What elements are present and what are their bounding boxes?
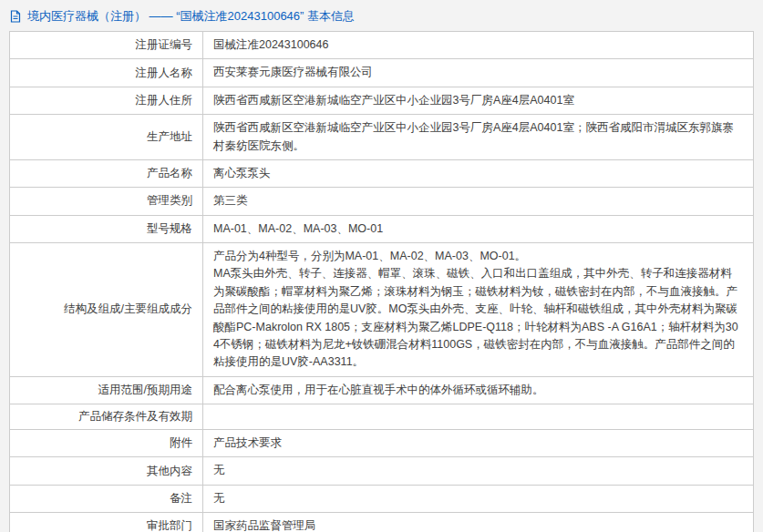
table-row: 附件产品技术要求: [10, 430, 754, 457]
row-label: 生产地址: [10, 115, 203, 160]
row-value: 无: [203, 485, 754, 512]
row-value: [203, 404, 754, 430]
row-label: 产品储存条件及有效期: [10, 404, 203, 430]
table-row: 其他内容无: [10, 457, 754, 485]
row-label: 注册人住所: [10, 87, 203, 114]
table-row: 管理类别第三类: [10, 188, 754, 215]
row-value: 产品技术要求: [203, 430, 754, 457]
row-value: MA-01、MA-02、MA-03、MO-01: [203, 215, 754, 242]
row-value: 第三类: [203, 188, 754, 215]
row-value: 无: [203, 457, 754, 485]
row-label: 产品名称: [10, 159, 203, 187]
row-label: 备注: [10, 485, 203, 512]
page-title: 境内医疗器械（注册） —— “国械注准20243100646” 基本信息: [27, 8, 355, 25]
row-label: 审批部门: [10, 513, 203, 532]
document-icon: [9, 10, 22, 23]
row-label: 附件: [10, 430, 203, 457]
row-value: 配合离心泵使用，用于在心脏直视手术中的体外循环或循环辅助。: [203, 376, 754, 404]
row-value: 产品分为4种型号，分别为MA-01、MA-02、MA-03、MO-01。 MA泵…: [203, 243, 754, 377]
table-row: 备注无: [10, 485, 754, 512]
row-label: 注册人名称: [10, 59, 203, 87]
table-row: 适用范围/预期用途配合离心泵使用，用于在心脏直视手术中的体外循环或循环辅助。: [10, 376, 754, 404]
row-value: 离心泵泵头: [203, 159, 754, 187]
table-row: 审批部门国家药品监督管理局: [10, 513, 754, 532]
table-row: 注册证编号国械注准20243100646: [10, 32, 754, 59]
table-row: 注册人住所陕西省西咸新区空港新城临空产业区中小企业园3号厂房A座4层A0401室: [10, 87, 754, 114]
row-value: 陕西省西咸新区空港新城临空产业区中小企业园3号厂房A座4层A0401室: [203, 87, 754, 114]
row-label: 适用范围/预期用途: [10, 376, 203, 404]
table-row: 产品名称离心泵泵头: [10, 159, 754, 187]
table-row: 生产地址陕西省西咸新区空港新城临空产业区中小企业园3号厂房A座4层A0401室；…: [10, 115, 754, 160]
row-value: 国械注准20243100646: [203, 32, 754, 59]
table-row: 注册人名称西安莱赛元康医疗器械有限公司: [10, 59, 754, 87]
row-value: 西安莱赛元康医疗器械有限公司: [203, 59, 754, 87]
row-value: 国家药品监督管理局: [203, 513, 754, 532]
row-label: 管理类别: [10, 188, 203, 215]
table-row: 型号规格MA-01、MA-02、MA-03、MO-01: [10, 215, 754, 242]
registration-info-table: 注册证编号国械注准20243100646注册人名称西安莱赛元康医疗器械有限公司注…: [9, 31, 754, 532]
table-row: 产品储存条件及有效期: [10, 404, 754, 430]
page-header: 境内医疗器械（注册） —— “国械注准20243100646” 基本信息: [0, 0, 763, 31]
row-value: 陕西省西咸新区空港新城临空产业区中小企业园3号厂房A座4层A0401室；陕西省咸…: [203, 115, 754, 160]
row-label: 型号规格: [10, 215, 203, 242]
row-label: 注册证编号: [10, 32, 203, 59]
row-label: 结构及组成/主要组成成分: [10, 243, 203, 377]
row-label: 其他内容: [10, 457, 203, 485]
info-table-body: 注册证编号国械注准20243100646注册人名称西安莱赛元康医疗器械有限公司注…: [10, 32, 754, 532]
table-row: 结构及组成/主要组成成分产品分为4种型号，分别为MA-01、MA-02、MA-0…: [10, 243, 754, 377]
